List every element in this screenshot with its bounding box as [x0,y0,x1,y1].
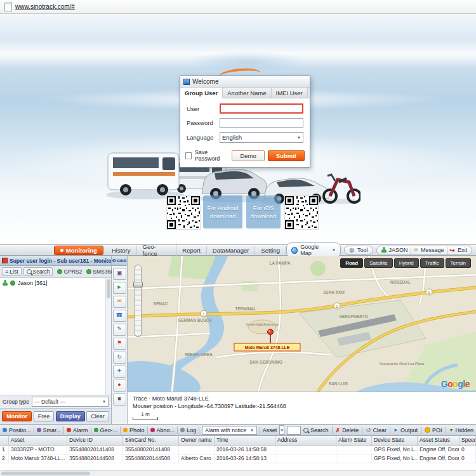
map-btn-traffic[interactable]: Traffic [420,258,444,268]
zoom-slider[interactable] [135,265,142,337]
col-time[interactable]: Time [215,436,275,445]
delete-icon: ✗ [336,427,341,433]
cmd-locate-button[interactable]: ● [113,380,126,392]
tab-setting[interactable]: Setting [255,246,286,255]
android-download-line2: download [210,212,236,220]
col-device-state[interactable]: Device State [372,436,418,445]
map-canvas[interactable]: 1 1 1 LA PAMPA NOSEDAL JUAN XXIII SENAC … [128,256,476,392]
password-field[interactable] [220,118,303,128]
delete-button[interactable]: ✗Delete [336,427,359,433]
asset-filter-select[interactable]: ▼ [279,425,284,435]
tab-log[interactable]: Log [180,427,196,433]
tab-abnormal[interactable]: Abno... [150,427,175,433]
tab-group-user[interactable]: Group User [180,88,223,98]
poi-button[interactable]: POI [425,427,442,433]
tab-datamanager[interactable]: DataManager [207,246,256,255]
tree-user-label: Jason [361] [18,280,48,286]
tab-smart[interactable]: Smar... [37,427,62,433]
tree-scrollbar-thumb[interactable] [107,279,110,298]
list-tab[interactable]: ≡ List [2,267,22,276]
col-alarm-state[interactable]: Alarm State [336,436,372,445]
user-icon [3,280,8,286]
map-label-german-busch: GERMAN BUSCH [178,318,212,322]
cmd-flag-button[interactable]: ⚑ [113,338,126,350]
col-asset[interactable]: Asset [9,436,67,445]
col-address[interactable]: Address [275,436,336,445]
edit-icon: ✎ [117,326,122,332]
search-button[interactable]: Search [303,427,329,433]
col-simcard[interactable]: SimCard No. [123,436,179,445]
alarm-notice-select[interactable]: Alarm with notice ▼ [202,426,257,435]
cmd-edit-button[interactable]: ✎ [113,324,126,336]
message-button[interactable]: Message [421,247,444,253]
cmd-stop-button[interactable]: ■ [113,393,126,406]
asset-filter-input[interactable] [287,426,301,435]
tab-another-name[interactable]: Another Name [223,88,271,98]
tab-alarm[interactable]: Alarm [67,427,88,433]
divider [421,426,421,434]
cmd-send-button[interactable]: ► [113,282,126,294]
login-dialog-titlebar[interactable]: Welcome [180,76,310,88]
tab-monitoring[interactable]: Monitoring [54,246,103,255]
map-btn-terrain[interactable]: Terrain [446,258,471,268]
col-speed[interactable]: Speed(km/h) [459,436,476,445]
cmd-call-button[interactable]: ☎ [113,310,126,322]
android-download-button[interactable]: For Android download [203,195,242,228]
divider [446,426,446,434]
app-navbar: Monitoring History Geo-fence Report Data… [0,244,476,256]
demo-button[interactable]: Demo [232,150,264,161]
save-password-checkbox[interactable] [185,152,192,159]
map-btn-satellite[interactable]: Satellite [364,258,392,268]
exit-button[interactable]: Exit [458,247,467,253]
search-tab[interactable]: Search [23,267,53,276]
language-select[interactable]: English ▼ [220,132,303,143]
horizontal-scrollbar[interactable] [0,470,476,476]
col-num[interactable] [0,436,9,445]
tab-geofence-list[interactable]: Geo-... [94,427,118,433]
tab-history[interactable]: History [106,246,137,255]
tab-position[interactable]: Positio... [3,427,31,433]
cmd-track-button[interactable]: ✈ [113,366,126,378]
map-label-juan-xxiii: JUAN XXIII [323,290,345,294]
table-row[interactable]: 2 Moto Maruti 3748-LL... 355488020144508… [0,454,476,463]
tab-photo[interactable]: Photo [123,427,145,433]
clear-button-toolbar[interactable]: ↺Clear [366,426,387,433]
map-label-oriel: Aeropuerto Oriel Lea Plaza [380,362,425,366]
hidden-button[interactable]: ▼Hidden [449,427,473,433]
horizontal-scrollbar-thumb[interactable] [1,472,90,475]
monitor-button[interactable]: Monitor [2,411,32,421]
trace-line1: Trace - Moto Maruti 3748-LLE [133,395,476,402]
user-field[interactable] [220,103,303,114]
col-owner[interactable]: Owner name [179,436,215,445]
output-button[interactable]: ►Output [393,427,418,433]
url-text[interactable]: www.sinotrack.com/# [15,3,75,10]
dialog-icon [183,79,190,85]
tab-imei-user[interactable]: IMEI User [272,88,308,98]
tool-button[interactable]: ⚙ Tool [344,246,373,255]
clear-button[interactable]: Clear [86,411,109,421]
ios-download-button[interactable]: For iOS download [246,195,281,228]
map-graphic: 1 1 1 LA PAMPA NOSEDAL JUAN XXIII SENAC … [128,256,476,392]
display-button[interactable]: Display [56,411,85,421]
bottom-toolbar: Positio... Smar... Alarm Geo-... Photo A… [0,424,476,436]
group-type-select[interactable]: --- Default --- ▼ [32,397,109,407]
free-button[interactable]: Free [34,411,55,421]
submit-button[interactable]: Submit [268,150,305,161]
tree-item-user[interactable]: Jason [361] [0,278,111,288]
col-asset-status[interactable]: Asset Status [418,436,459,445]
map-btn-hybrid[interactable]: Hybrid [394,258,419,268]
sms-status: SMS360 [86,268,114,275]
zoom-slider-knob[interactable] [133,282,143,288]
tree-scrollbar[interactable] [105,278,111,395]
cmd-capture-button[interactable]: ▣ [113,268,126,280]
cmd-refresh-button[interactable]: ↻ [113,352,126,364]
tab-report[interactable]: Report [176,246,207,255]
sidebar-buttons: Monitor Free Display Clear [0,408,111,424]
capture-icon: ▣ [117,270,122,276]
gear-icon: ⚙ [349,248,355,253]
cmd-mail-button[interactable]: ✉ [113,296,126,308]
col-device-id[interactable]: Device ID [67,436,123,445]
map-btn-road[interactable]: Road [340,258,363,268]
language-value: English [222,134,242,141]
table-row[interactable]: 1 3833RZP - MOTO 355488020141408 3554880… [0,446,476,454]
